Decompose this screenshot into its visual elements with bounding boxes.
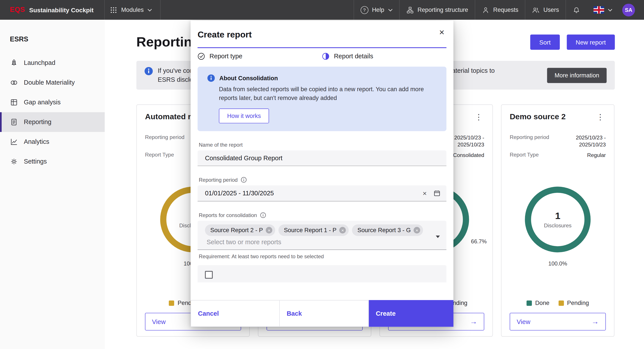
- consolidation-info-box: About Consolidation Data from selected r…: [198, 67, 446, 131]
- stepper: Report type Report details: [198, 53, 446, 60]
- kebab-menu-icon[interactable]: ⋮: [595, 112, 606, 122]
- info-outline-icon[interactable]: [240, 177, 247, 183]
- report-chip: Source Report 1 - P ×: [279, 224, 349, 236]
- bell-icon: [572, 6, 580, 14]
- modal-accent-rule: [198, 47, 446, 48]
- requests-button[interactable]: Requests: [475, 0, 525, 20]
- info-icon: [208, 74, 215, 82]
- type-label: Report Type: [510, 152, 539, 159]
- close-icon[interactable]: ×: [438, 27, 445, 38]
- legend-swatch: [169, 300, 174, 306]
- info-icon: [144, 67, 153, 75]
- rocket-icon: [10, 59, 18, 67]
- multiselect-placeholder: Select two or more reports: [206, 238, 281, 246]
- help-label: Help: [372, 7, 384, 13]
- disclosure-count: 1: [555, 210, 560, 222]
- period-label: Reporting period: [510, 134, 549, 148]
- sort-button[interactable]: Sort: [530, 35, 560, 50]
- users-button[interactable]: Users: [525, 0, 565, 20]
- chip-remove-icon[interactable]: ×: [414, 227, 420, 233]
- gear-icon: [10, 157, 18, 166]
- help-icon: ?: [360, 6, 368, 14]
- calendar-icon[interactable]: [433, 189, 441, 197]
- chip-remove-icon[interactable]: ×: [339, 227, 346, 233]
- period-label: Reporting period: [145, 134, 184, 148]
- report-card: Demo source 2 ⋮ Reporting period 2025/10…: [501, 104, 615, 336]
- create-report-modal: Create report × Report type Report detai…: [190, 21, 454, 327]
- modal-footer: Cancel Back Create: [190, 300, 454, 327]
- chevron-down-icon: [148, 8, 152, 11]
- sidebar-item-label: Gap analysis: [24, 99, 61, 106]
- report-name-input[interactable]: [198, 150, 446, 166]
- create-button[interactable]: Create: [369, 300, 454, 327]
- help-menu[interactable]: ? Help: [354, 0, 399, 20]
- clear-icon[interactable]: ×: [422, 190, 428, 197]
- reporting-structure-button[interactable]: Reporting structure: [399, 0, 475, 20]
- more-information-button[interactable]: More information: [547, 68, 606, 83]
- step-label: Report details: [334, 53, 373, 60]
- sidebar-item-analytics[interactable]: Analytics: [0, 132, 105, 152]
- app-title: Sustainability Cockpit: [29, 6, 94, 13]
- name-field-label: Name of the report: [199, 142, 447, 148]
- modules-menu[interactable]: Modules: [105, 0, 160, 20]
- kebab-menu-icon[interactable]: ⋮: [473, 112, 484, 122]
- period-value: 2025/10/23 -2025/10/23: [576, 134, 606, 148]
- requirement-helper-text: Requirement: At least two reports need t…: [199, 253, 447, 259]
- step-label: Report type: [210, 53, 242, 60]
- sidebar: ESRS Launchpad Double Materiality Gap an…: [0, 20, 105, 349]
- arrow-right-icon: →: [470, 317, 477, 326]
- document-icon: [10, 118, 18, 126]
- new-report-button[interactable]: New report: [567, 35, 615, 50]
- legend-swatch: [558, 300, 564, 306]
- how-it-works-button[interactable]: How it works: [219, 109, 269, 123]
- sidebar-item-double-materiality[interactable]: Double Materiality: [0, 73, 105, 93]
- avatar[interactable]: SA: [622, 4, 635, 16]
- percent-label: 66.7%: [471, 238, 487, 245]
- report-chip: Source Report 2 - P ×: [205, 224, 275, 236]
- cancel-button[interactable]: Cancel: [190, 300, 280, 327]
- requests-label: Requests: [493, 7, 518, 13]
- chevron-down-icon: [608, 8, 612, 11]
- info-outline-icon[interactable]: [260, 212, 266, 218]
- language-selector[interactable]: [587, 0, 619, 20]
- sidebar-item-label: Settings: [24, 158, 47, 165]
- grid-icon: [110, 6, 118, 14]
- step-report-details[interactable]: Report details: [322, 53, 446, 60]
- chevron-down-icon[interactable]: [436, 235, 440, 238]
- line-chart-icon: [10, 138, 18, 146]
- brand: EQS Sustainability Cockpit: [0, 0, 105, 20]
- users-icon: [532, 6, 540, 14]
- next-option-row: [198, 265, 446, 282]
- arrow-right-icon: →: [592, 317, 599, 326]
- card-title: Demo source 2: [510, 112, 566, 122]
- reporting-period-input[interactable]: 01/01/2025 - 11/30/2025 ×: [198, 185, 446, 201]
- sidebar-item-launchpad[interactable]: Launchpad: [0, 53, 105, 73]
- donut-chart: 1 Disclosures: [525, 187, 590, 252]
- sidebar-item-label: Analytics: [24, 138, 49, 146]
- view-button[interactable]: View→: [510, 313, 606, 330]
- back-button[interactable]: Back: [280, 300, 369, 327]
- chip-remove-icon[interactable]: ×: [266, 227, 272, 233]
- sidebar-item-gap-analysis[interactable]: Gap analysis: [0, 93, 105, 112]
- sidebar-item-label: Double Materiality: [24, 79, 75, 86]
- notifications-button[interactable]: [566, 0, 587, 20]
- topbar: EQS Sustainability Cockpit Modules ? Hel…: [0, 0, 644, 20]
- sidebar-item-reporting[interactable]: Reporting: [0, 112, 105, 132]
- users-label: Users: [544, 7, 559, 13]
- step-report-type[interactable]: Report type: [198, 53, 322, 60]
- sidebar-item-settings[interactable]: Settings: [0, 152, 105, 171]
- checkbox[interactable]: [205, 271, 213, 279]
- app: EQS Sustainability Cockpit Modules ? Hel…: [0, 0, 644, 349]
- reporting-structure-label: Reporting structure: [418, 7, 468, 13]
- legend: Done Pending: [510, 300, 606, 306]
- eqs-logo: EQS: [10, 6, 25, 14]
- modal-scroll-area[interactable]: About Consolidation Data from selected r…: [198, 67, 446, 282]
- topbar-actions: ? Help Reporting structure Requests: [354, 0, 644, 20]
- modal-title: Create report: [198, 30, 446, 40]
- period-field-label: Reporting period: [199, 177, 447, 183]
- reports-multiselect[interactable]: Source Report 2 - P × Source Report 1 - …: [198, 221, 446, 250]
- sidebar-item-label: Reporting: [24, 118, 52, 126]
- type-value: Consolidated: [453, 152, 484, 159]
- info-box-body: Data from selected reports will be copie…: [219, 85, 434, 102]
- type-label: Report Type: [145, 152, 174, 159]
